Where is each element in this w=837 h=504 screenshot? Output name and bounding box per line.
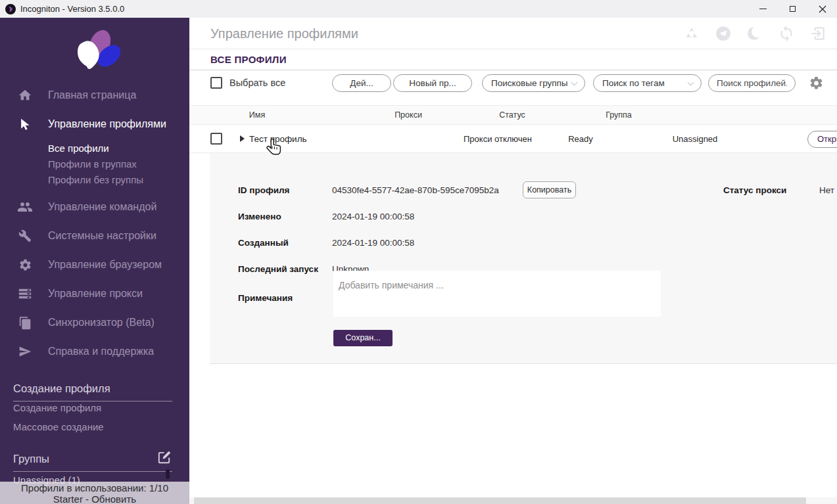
tags-dropdown[interactable]: Поиск по тегам <box>593 74 702 92</box>
main-content: Управление профилями <box>189 18 837 504</box>
telegram-icon[interactable] <box>715 25 732 42</box>
column-header-group[interactable]: Группа <box>606 106 632 125</box>
window-title: Incogniton - Version 3.5.0.0 <box>20 4 124 14</box>
hand-pointer-cursor <box>266 138 282 156</box>
proxy-status-value: Нет <box>819 185 834 195</box>
select-all-label: Выбрать все <box>229 70 285 95</box>
profile-id-value: 04530fe4-5577-42ae-870b-595ce7095b2a <box>332 185 499 195</box>
select-all-checkbox[interactable] <box>210 77 222 89</box>
sidebar-item-create-profile[interactable]: Создание профиля <box>13 402 101 413</box>
sidebar-item-label: Главная страница <box>48 89 136 101</box>
modified-label: Изменено <box>238 212 281 221</box>
section-header: ВСЕ ПРОФИЛИ <box>189 49 837 70</box>
sidebar-item-label: Управление прокси <box>48 288 143 300</box>
sidebar-item-label: Управление командой <box>48 201 156 213</box>
column-header-status[interactable]: Статус <box>499 106 525 125</box>
new-profile-button[interactable]: Новый пр... <box>393 74 472 92</box>
app-window: Incogniton - Version 3.5.0.0 Главная стр… <box>0 0 837 504</box>
usage-overlay: Профили в использовании: 1/10 Starter - … <box>0 482 189 504</box>
row-checkbox[interactable] <box>210 133 222 145</box>
incogniton-logo <box>62 24 128 87</box>
maximize-button[interactable] <box>778 0 807 18</box>
horizontal-scrollbar[interactable] <box>189 497 837 504</box>
page-title: Управление профилями <box>210 18 358 49</box>
table-row[interactable]: Тест профиль Прокси отключен Ready Unass… <box>189 125 837 153</box>
sidebar-item-system-settings[interactable]: Системные настройки <box>0 227 189 245</box>
table-header: Имя Прокси Статус Группа <box>189 105 837 125</box>
wrench-icon <box>17 228 33 244</box>
groups-dropdown[interactable]: Поисковые группы <box>482 74 585 92</box>
notes-label: Примечания <box>238 293 293 303</box>
modified-value: 2024-01-19 00:00:58 <box>332 212 414 221</box>
window-controls <box>748 0 837 18</box>
chevron-down-icon <box>571 80 578 86</box>
notes-textarea[interactable] <box>333 271 661 317</box>
sidebar-item-help-support[interactable]: Справка и поддержка <box>0 342 189 361</box>
profile-group: Unassigned <box>673 125 718 153</box>
sidebar-item-label: Синхронизатор (Beta) <box>48 317 155 329</box>
maximize-icon <box>790 6 796 12</box>
table-settings-gear-icon[interactable] <box>809 76 824 91</box>
chevron-down-icon <box>688 80 694 86</box>
last-run-label: Последний запуск <box>238 264 318 274</box>
proxy-status-label: Статус прокси <box>723 185 786 195</box>
server-icon <box>17 286 33 302</box>
sidebar-subitem-profiles-in-groups[interactable]: Профили в группах <box>48 156 137 172</box>
sidebar-item-synchronizer[interactable]: Синхронизатор (Beta) <box>0 313 189 332</box>
cursor-icon <box>17 116 33 132</box>
sidebar-item-label: Системные настройки <box>48 230 156 242</box>
created-value: 2024-01-19 00:00:58 <box>332 238 414 248</box>
profile-status: Ready <box>568 125 593 153</box>
app-logo-icon <box>5 4 16 14</box>
sidebar-item-bulk-create[interactable]: Массовое создание <box>13 421 104 432</box>
close-icon <box>819 5 826 13</box>
send-icon <box>17 344 33 359</box>
minimize-button[interactable] <box>748 0 778 18</box>
profiles-in-use-text: Профили в использовании: 1/10 <box>0 482 189 493</box>
titlebar: Incogniton - Version 3.5.0.0 <box>0 0 837 18</box>
actions-button[interactable]: Дей... <box>332 74 391 92</box>
copy-icon <box>17 315 33 331</box>
save-button[interactable]: Сохран... <box>333 330 393 346</box>
page-header: Управление профилями <box>189 18 837 49</box>
column-header-proxy[interactable]: Прокси <box>395 106 422 125</box>
sidebar-item-home[interactable]: Главная страница <box>0 86 189 104</box>
copy-button[interactable]: Копировать <box>523 181 576 198</box>
open-profile-button[interactable]: Открыть <box>807 131 837 148</box>
section-title: ВСЕ ПРОФИЛИ <box>210 49 287 70</box>
search-profiles-input[interactable] <box>708 74 796 92</box>
groups-dropdown-value: Поисковые группы <box>491 78 568 88</box>
profile-id-label: ID профиля <box>238 185 289 195</box>
edit-groups-button[interactable] <box>156 450 172 466</box>
groups-section-title: Группы <box>13 453 172 472</box>
tags-dropdown-value: Поиск по тегам <box>602 78 665 88</box>
sidebar-item-label: Управление профилями <box>48 118 166 130</box>
logout-icon[interactable] <box>809 25 826 42</box>
header-icon-bar <box>683 18 826 49</box>
gear-icon <box>17 257 33 273</box>
recycle-icon[interactable] <box>683 25 700 42</box>
minimize-icon <box>759 9 767 9</box>
sidebar-item-browser-management[interactable]: Управление браузером <box>0 256 189 274</box>
row-expander-icon[interactable] <box>240 135 245 142</box>
moon-icon[interactable] <box>746 25 763 42</box>
sidebar-scrollbar-thumb[interactable] <box>166 469 170 479</box>
column-header-name[interactable]: Имя <box>249 106 265 125</box>
toolbar: Выбрать все Дей... Новый пр... Поисковые… <box>189 70 837 95</box>
profile-details-panel: ID профиля 04530fe4-5577-42ae-870b-595ce… <box>210 153 837 364</box>
created-label: Созданный <box>238 238 289 248</box>
profile-proxy: Прокси отключен <box>464 125 532 153</box>
sync-icon[interactable] <box>778 25 795 42</box>
sidebar-subitem-profiles-without-group[interactable]: Профили без группы <box>48 172 143 188</box>
horizontal-scrollbar-thumb[interactable] <box>194 497 806 504</box>
close-button[interactable] <box>807 0 837 18</box>
plan-upgrade-link[interactable]: Starter - Обновить <box>0 493 189 504</box>
sidebar-item-label: Справка и поддержка <box>48 346 154 357</box>
team-icon <box>17 199 33 215</box>
sidebar-item-proxy-management[interactable]: Управление прокси <box>0 285 189 303</box>
sidebar: Главная страница Управление профилями Вс… <box>0 18 189 504</box>
sidebar-item-profile-management[interactable]: Управление профилями <box>0 115 189 133</box>
sidebar-item-label: Управление браузером <box>48 259 162 271</box>
sidebar-item-team-management[interactable]: Управление командой <box>0 198 189 216</box>
sidebar-subitem-all-profiles[interactable]: Все профили <box>48 141 109 156</box>
